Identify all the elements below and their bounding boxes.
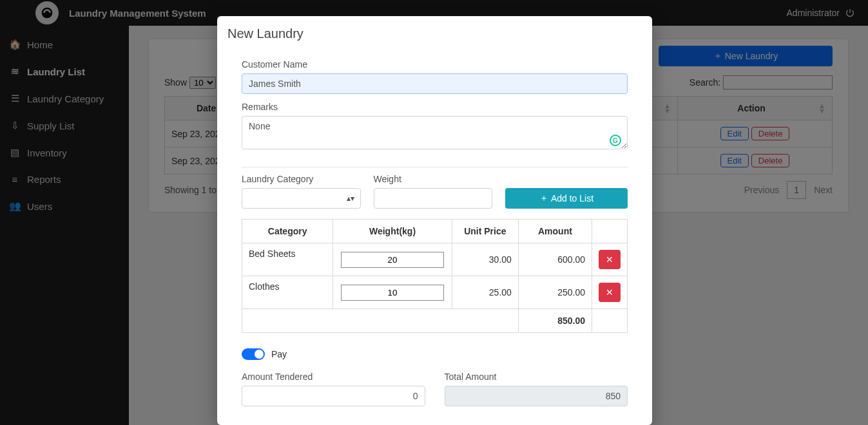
cell-amount: 600.00 — [518, 243, 592, 276]
col-amount: Amount — [518, 220, 592, 243]
pay-switch-row: Pay — [242, 348, 628, 360]
modal-title: New Laundry — [217, 16, 652, 48]
pay-toggle[interactable] — [242, 348, 265, 360]
total-label: Total Amount — [445, 372, 628, 382]
divider — [242, 167, 628, 167]
cell-unit: 30.00 — [452, 243, 518, 276]
customer-name-input[interactable] — [242, 73, 628, 94]
tendered-input[interactable] — [242, 386, 425, 406]
total-amount: 850.00 — [518, 309, 592, 333]
cell-category: Bed Sheets — [242, 243, 333, 276]
item-row: Clothes 25.00 250.00 ✕ — [242, 276, 628, 309]
total-row: 850.00 — [242, 309, 628, 333]
remarks-input[interactable] — [242, 116, 628, 149]
cell-category: Clothes — [242, 276, 333, 309]
pay-label: Pay — [271, 349, 287, 359]
col-remove — [592, 220, 627, 243]
cell-amount: 250.00 — [518, 276, 592, 309]
tendered-label: Amount Tendered — [242, 372, 425, 382]
new-laundry-modal: New Laundry Customer Name Remarks G Laun… — [217, 16, 652, 425]
remove-item-button[interactable]: ✕ — [599, 283, 621, 302]
item-row: Bed Sheets 30.00 600.00 ✕ — [242, 243, 628, 276]
button-label: Add to List — [551, 193, 593, 203]
add-to-list-button[interactable]: ＋ Add to List — [505, 188, 628, 209]
remove-item-button[interactable]: ✕ — [599, 250, 621, 269]
plus-icon: ＋ — [539, 193, 548, 204]
col-category: Category — [242, 220, 333, 243]
grammarly-icon[interactable]: G — [610, 135, 621, 146]
category-select[interactable] — [242, 188, 361, 209]
remarks-wrap: G — [242, 116, 628, 151]
category-label: Laundry Category — [242, 174, 361, 184]
col-unit: Unit Price — [452, 220, 518, 243]
col-weight: Weight(kg) — [333, 220, 452, 243]
item-weight-input[interactable] — [341, 252, 444, 268]
customer-name-label: Customer Name — [242, 59, 628, 70]
weight-label: Weight — [374, 174, 493, 184]
total-amount-display — [445, 386, 628, 406]
close-icon: ✕ — [606, 254, 613, 265]
items-table: Category Weight(kg) Unit Price Amount Be… — [242, 219, 628, 333]
weight-input[interactable] — [374, 188, 493, 209]
close-icon: ✕ — [606, 287, 613, 298]
item-weight-input[interactable] — [341, 285, 444, 301]
remarks-label: Remarks — [242, 102, 628, 112]
cell-unit: 25.00 — [452, 276, 518, 309]
